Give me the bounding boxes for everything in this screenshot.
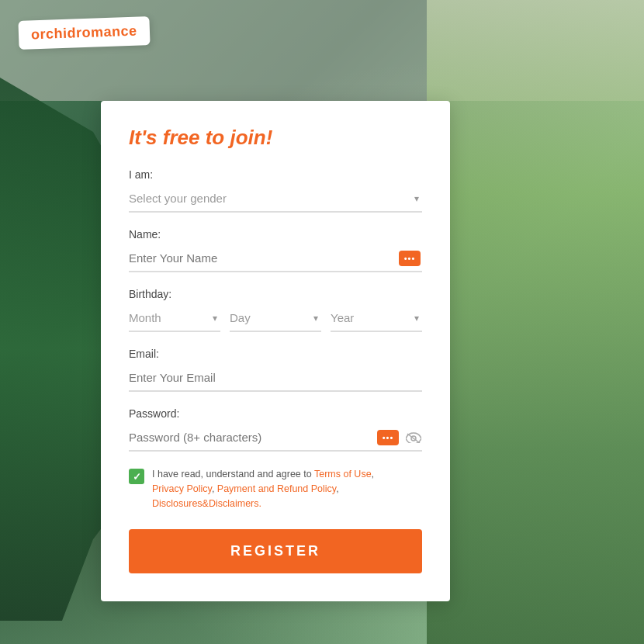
- password-field-group: Password: •••: [129, 407, 422, 452]
- terms-sep1: ,: [372, 469, 374, 480]
- terms-text-before: I have read, understand and agree to: [152, 469, 314, 480]
- terms-text: I have read, understand and agree to Ter…: [152, 467, 374, 511]
- month-select[interactable]: Month January February March April May J…: [129, 305, 220, 331]
- disclosures-link[interactable]: Disclosures&Disclaimers.: [152, 498, 261, 509]
- month-select-wrapper: Month January February March April May J…: [129, 305, 220, 332]
- terms-checkbox-row: I have read, understand and agree to Ter…: [129, 467, 422, 511]
- plant-right-decoration: [427, 0, 644, 644]
- privacy-policy-link[interactable]: Privacy Policy: [152, 483, 212, 494]
- dots-label: •••: [404, 254, 416, 263]
- day-select[interactable]: Day 12345 678910 1112131415 1617181920 2…: [230, 305, 321, 331]
- gender-field-group: I am: Select your gender Male Female Oth…: [129, 168, 422, 213]
- gender-select[interactable]: Select your gender Male Female Other: [129, 185, 422, 211]
- email-label: Email:: [129, 348, 422, 360]
- logo-wrapper: orchidromance: [18, 16, 150, 50]
- password-input[interactable]: [129, 424, 377, 450]
- gender-label: I am:: [129, 168, 422, 181]
- name-label: Name:: [129, 228, 422, 241]
- year-select[interactable]: Year 2005200420032002 2001200019991998 1…: [331, 305, 422, 331]
- email-input-wrapper: [129, 365, 422, 392]
- day-select-wrapper: Day 12345 678910 1112131415 1617181920 2…: [230, 305, 321, 332]
- form-title: It's free to join!: [129, 126, 422, 150]
- password-dots-label: •••: [383, 433, 394, 442]
- birthday-field-group: Birthday: Month January February March A…: [129, 288, 422, 332]
- payment-refund-link[interactable]: Payment and Refund Policy: [217, 483, 336, 494]
- name-input-wrapper: •••: [129, 245, 422, 272]
- email-field-group: Email:: [129, 348, 422, 392]
- svg-line-1: [407, 434, 420, 443]
- terms-checkbox[interactable]: [129, 469, 144, 484]
- terms-sep2: ,: [212, 483, 217, 494]
- password-input-wrapper: •••: [129, 424, 422, 452]
- logo-text: orchidromance: [31, 23, 137, 43]
- name-input[interactable]: [129, 245, 399, 271]
- birthday-row: Month January February March April May J…: [129, 305, 422, 332]
- gender-select-wrapper: Select your gender Male Female Other ▾: [129, 185, 422, 213]
- password-visibility-toggle-icon[interactable]: [405, 429, 422, 446]
- register-button[interactable]: REGISTER: [129, 529, 422, 573]
- password-label: Password:: [129, 407, 422, 420]
- registration-form-card: It's free to join! I am: Select your gen…: [101, 101, 450, 601]
- birthday-label: Birthday:: [129, 288, 422, 300]
- year-select-wrapper: Year 2005200420032002 2001200019991998 1…: [331, 305, 422, 332]
- terms-sep3: ,: [336, 483, 338, 494]
- name-dots-icon[interactable]: •••: [399, 251, 421, 266]
- terms-of-use-link[interactable]: Terms of Use: [314, 469, 372, 480]
- name-field-group: Name: •••: [129, 228, 422, 272]
- password-dots-icon[interactable]: •••: [377, 430, 399, 445]
- email-input[interactable]: [129, 365, 422, 390]
